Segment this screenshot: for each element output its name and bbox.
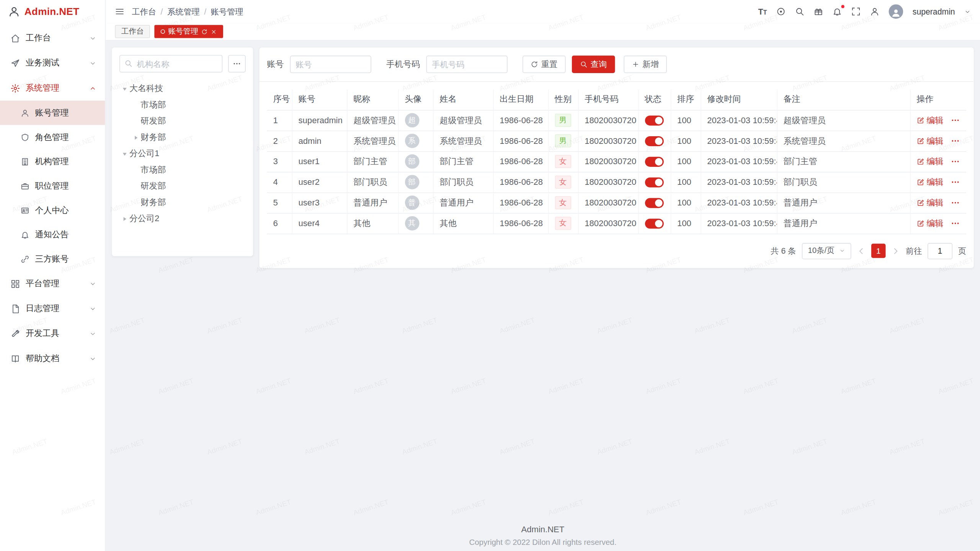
- tree-caret-placeholder: [131, 197, 140, 207]
- tree-node-label: 研发部: [140, 116, 166, 127]
- tree-node[interactable]: 财务部: [119, 194, 246, 210]
- sidebar-item-开发工具[interactable]: 开发工具: [0, 321, 105, 346]
- cell-remark: 系统管理员: [777, 130, 910, 151]
- tree-caret-icon[interactable]: [119, 149, 129, 159]
- tree-node[interactable]: 市场部: [119, 162, 246, 178]
- edit-button[interactable]: 编辑: [916, 218, 943, 229]
- reset-button[interactable]: 重置: [523, 55, 566, 73]
- sidebar-subitem-个人中心[interactable]: 个人中心: [0, 198, 105, 223]
- table-header-row: 序号账号昵称头像姓名出生日期性别手机号码状态排序修改时间备注操作: [267, 89, 966, 110]
- tree-caret-icon[interactable]: [119, 214, 129, 223]
- row-more-icon[interactable]: [950, 157, 959, 166]
- breadcrumb-item[interactable]: 账号管理: [211, 6, 243, 17]
- account-filter-input[interactable]: [290, 55, 371, 73]
- breadcrumb-item[interactable]: 工作台: [132, 6, 156, 17]
- search-icon: [124, 59, 132, 67]
- sidebar-item-业务测试[interactable]: 业务测试: [0, 51, 105, 75]
- sidebar-subitem-label: 个人中心: [35, 205, 69, 216]
- tree-node-label: 市场部: [140, 164, 166, 175]
- sidebar-item-平台管理[interactable]: 平台管理: [0, 271, 105, 296]
- cell-gender: 女: [548, 192, 578, 213]
- sidebar-subitem-账号管理[interactable]: 账号管理: [0, 101, 105, 125]
- goto-page-input[interactable]: [928, 243, 952, 259]
- reset-label: 重置: [541, 59, 557, 70]
- avatar: 其: [405, 216, 419, 231]
- table-wrap: 序号账号昵称头像姓名出生日期性别手机号码状态排序修改时间备注操作1superad…: [260, 82, 974, 234]
- tree-node[interactable]: 研发部: [119, 113, 246, 129]
- cell-name: 系统管理员: [433, 130, 493, 151]
- cell-nickname: 超级管理员: [347, 110, 398, 130]
- tree-node[interactable]: 研发部: [119, 178, 246, 194]
- tree-caret-icon[interactable]: [131, 132, 140, 142]
- tab-item[interactable]: 工作台: [115, 25, 150, 38]
- status-toggle[interactable]: [645, 218, 663, 228]
- search-icon[interactable]: [795, 7, 804, 16]
- row-more-icon[interactable]: [950, 116, 959, 125]
- font-size-icon[interactable]: TT: [758, 7, 767, 16]
- edit-button[interactable]: 编辑: [916, 135, 943, 146]
- cell-seq: 1: [267, 110, 292, 130]
- next-page-icon[interactable]: [891, 246, 900, 255]
- username[interactable]: superadmin: [913, 7, 955, 16]
- app-root: Admin.NET 工作台业务测试系统管理账号管理角色管理机构管理职位管理个人中…: [0, 0, 980, 551]
- tab-active[interactable]: 账号管理: [154, 25, 223, 38]
- org-search-input[interactable]: [119, 55, 222, 73]
- phone-filter-label: 手机号码: [386, 59, 420, 70]
- cell-avatar: 部: [398, 172, 433, 192]
- sidebar-item-系统管理[interactable]: 系统管理: [0, 76, 105, 101]
- prev-page-icon[interactable]: [857, 246, 866, 255]
- tree-node[interactable]: 财务部: [119, 129, 246, 145]
- user-menu-caret-icon[interactable]: [964, 8, 970, 15]
- sidebar-item-帮助文档[interactable]: 帮助文档: [0, 346, 105, 371]
- dot-circle-icon[interactable]: [776, 7, 786, 16]
- sidebar-subitem-机构管理[interactable]: 机构管理: [0, 149, 105, 174]
- breadcrumb-item[interactable]: 系统管理: [167, 6, 200, 17]
- cell-modified: 2023-01-03 10:59:44: [701, 172, 777, 192]
- status-toggle[interactable]: [645, 198, 663, 208]
- edit-button[interactable]: 编辑: [916, 197, 943, 208]
- page-size-select[interactable]: 10条/页: [802, 243, 851, 259]
- edit-button[interactable]: 编辑: [916, 115, 943, 126]
- tab-close-icon[interactable]: [211, 28, 217, 34]
- tree-more-button[interactable]: [228, 55, 246, 73]
- sidebar-subitem-通知公告[interactable]: 通知公告: [0, 222, 105, 247]
- sidebar-subitem-三方账号[interactable]: 三方账号: [0, 247, 105, 271]
- status-toggle[interactable]: [645, 136, 663, 146]
- edit-button[interactable]: 编辑: [916, 176, 943, 187]
- sidebar-item-label: 系统管理: [26, 83, 59, 94]
- fullscreen-icon[interactable]: [851, 7, 861, 16]
- tree-caret-icon[interactable]: [119, 84, 129, 94]
- sidebar-subitem-职位管理[interactable]: 职位管理: [0, 174, 105, 198]
- footer-title: Admin.NET: [106, 525, 980, 534]
- tab-refresh-icon[interactable]: [201, 28, 207, 34]
- row-more-icon[interactable]: [950, 218, 959, 228]
- avatar[interactable]: [889, 4, 903, 19]
- status-toggle[interactable]: [645, 177, 663, 187]
- row-more-icon[interactable]: [950, 198, 959, 207]
- cell-remark: 超级管理员: [777, 110, 910, 130]
- edit-icon: [916, 158, 924, 165]
- page-number[interactable]: 1: [871, 244, 886, 258]
- row-more-icon[interactable]: [950, 136, 959, 145]
- search-button[interactable]: 查询: [572, 55, 615, 73]
- edit-button[interactable]: 编辑: [916, 156, 943, 167]
- status-toggle[interactable]: [645, 116, 663, 126]
- gift-icon[interactable]: [814, 7, 823, 16]
- row-more-icon[interactable]: [950, 178, 959, 187]
- sidebar-item-日志管理[interactable]: 日志管理: [0, 296, 105, 321]
- edit-label: 编辑: [926, 197, 943, 208]
- tree-node[interactable]: 市场部: [119, 97, 246, 113]
- tree-node[interactable]: 分公司2: [119, 210, 246, 227]
- sidebar-subitem-角色管理[interactable]: 角色管理: [0, 125, 105, 150]
- sidebar-item-工作台[interactable]: 工作台: [0, 26, 105, 51]
- person-icon[interactable]: [870, 7, 879, 16]
- bell-icon[interactable]: [833, 7, 842, 16]
- tree-node[interactable]: 大名科技: [119, 81, 246, 97]
- tree-node[interactable]: 分公司1: [119, 145, 246, 161]
- menu-collapse-icon[interactable]: [115, 7, 124, 16]
- status-toggle[interactable]: [645, 156, 663, 166]
- phone-filter-input[interactable]: [426, 55, 507, 73]
- edit-icon: [916, 199, 924, 207]
- cell-phone: 18020030720: [578, 130, 638, 151]
- add-button[interactable]: 新增: [624, 55, 667, 73]
